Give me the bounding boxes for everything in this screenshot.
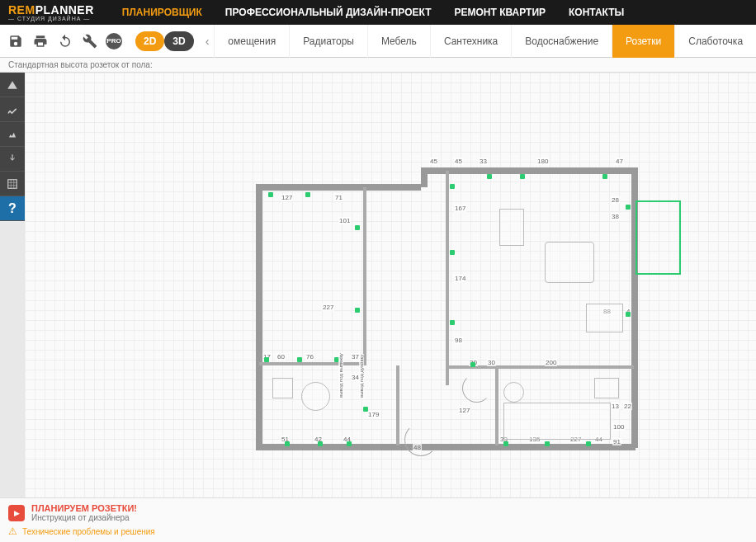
socket[interactable]: [450, 250, 455, 255]
video-notice[interactable]: ▶ ПЛАНИРУЕМ РОЗЕТКИ! Инструкция от дизай…: [8, 503, 748, 522]
tab-low-voltage[interactable]: Слаботочка: [674, 25, 756, 58]
save-icon[interactable]: [7, 32, 25, 50]
wall[interactable]: [256, 184, 262, 448]
side-toolbar: ?: [0, 73, 25, 221]
socket[interactable]: [264, 357, 269, 362]
socket[interactable]: [450, 320, 455, 325]
socket[interactable]: [305, 192, 310, 197]
socket[interactable]: [268, 192, 273, 197]
dimension: 227: [322, 304, 334, 311]
wall[interactable]: [421, 167, 428, 187]
dimension: 174: [454, 275, 466, 282]
notice-title: ПЛАНИРУЕМ РОЗЕТКИ!: [31, 503, 137, 513]
socket[interactable]: [487, 174, 492, 179]
furniture-sofa[interactable]: [545, 242, 594, 283]
ruler-tool-icon[interactable]: [0, 97, 25, 122]
socket[interactable]: [297, 357, 302, 362]
tech-issues[interactable]: ⚠ Технические проблемы и решения: [8, 526, 748, 537]
chevron-left-icon[interactable]: ‹: [206, 35, 210, 48]
furniture-item[interactable]: [272, 378, 293, 398]
socket[interactable]: [470, 362, 475, 367]
tab-furniture[interactable]: Мебель: [367, 25, 430, 58]
nav-contacts[interactable]: КОНТАКТЫ: [569, 7, 624, 18]
dimension: 76: [305, 353, 314, 361]
status-text: Стандартная высота розеток от пола:: [0, 58, 756, 73]
logo-rem: REM: [8, 3, 35, 16]
tab-sockets[interactable]: Розетки: [612, 25, 674, 58]
dimension: 30: [487, 359, 496, 366]
category-tabs: омещения Радиаторы Мебель Сантехника Вод…: [214, 25, 756, 58]
door[interactable]: [462, 374, 491, 403]
label: вывод под вытяжку: [338, 352, 343, 398]
furniture-bed[interactable]: [503, 403, 611, 440]
dimension: 13: [611, 403, 620, 410]
socket[interactable]: [520, 174, 525, 179]
socket[interactable]: [626, 205, 631, 210]
dimension: 91: [612, 438, 621, 445]
wall[interactable]: [256, 184, 421, 191]
wall[interactable]: [396, 365, 399, 445]
wall[interactable]: [363, 187, 366, 365]
triangle-tool-icon[interactable]: [0, 73, 25, 97]
grid-tool-icon[interactable]: [0, 172, 25, 196]
socket[interactable]: [355, 308, 360, 313]
tool-icons-group: PRO: [0, 32, 129, 50]
furniture-item[interactable]: [301, 382, 330, 411]
svg-rect-0: [8, 179, 17, 188]
furniture-wc[interactable]: [503, 382, 524, 403]
help-button[interactable]: ?: [0, 196, 25, 221]
dimension: 38: [611, 213, 620, 220]
wall[interactable]: [446, 171, 449, 385]
dimension: 127: [281, 194, 293, 201]
socket[interactable]: [318, 441, 323, 446]
wall[interactable]: [259, 362, 366, 365]
socket[interactable]: [347, 441, 352, 446]
dimension: 101: [338, 217, 351, 224]
socket[interactable]: [450, 184, 455, 189]
dimension: 28: [611, 196, 620, 204]
wall[interactable]: [256, 444, 636, 450]
mountain-tool-icon[interactable]: [0, 122, 25, 147]
dimension: 127: [458, 407, 470, 414]
furniture-desk[interactable]: [586, 304, 623, 332]
tab-plumbing[interactable]: Сантехника: [430, 25, 511, 58]
furniture-tv[interactable]: [499, 209, 524, 246]
undo-icon[interactable]: [56, 32, 74, 50]
youtube-icon: ▶: [8, 505, 25, 521]
dimension: 98: [454, 337, 463, 344]
dimension: 71: [334, 194, 343, 201]
view-2d-button[interactable]: 2D: [135, 31, 164, 51]
canvas[interactable]: 45 45 33 180 47 127 71 101 227 17 60 76 …: [25, 73, 756, 518]
dimension: 180: [536, 158, 549, 165]
logo[interactable]: REMPLANNER — СТУДИЯ ДИЗАЙНА —: [8, 3, 111, 21]
tab-radiators[interactable]: Радиаторы: [289, 25, 367, 58]
dimension: 60: [276, 353, 286, 361]
socket[interactable]: [602, 174, 607, 179]
socket[interactable]: [503, 441, 508, 446]
door[interactable]: [404, 423, 437, 456]
hand-tool-icon[interactable]: [0, 147, 25, 172]
nav-planner[interactable]: ПЛАНИРОВЩИК: [122, 7, 202, 18]
wall[interactable]: [495, 367, 498, 445]
socket[interactable]: [626, 312, 631, 317]
socket[interactable]: [355, 225, 360, 230]
floor-plan[interactable]: 45 45 33 180 47 127 71 101 227 17 60 76 …: [256, 118, 660, 448]
wall[interactable]: [421, 167, 636, 174]
view-toggle: 2D 3D: [135, 31, 194, 51]
dimension: 47: [615, 158, 624, 165]
socket[interactable]: [545, 441, 550, 446]
pro-badge[interactable]: PRO: [106, 33, 122, 49]
nav-design-project[interactable]: ПРОФЕССИОНАЛЬНЫЙ ДИЗАЙН-ПРОЕКТ: [225, 7, 432, 18]
print-icon[interactable]: [31, 32, 50, 50]
socket[interactable]: [363, 407, 368, 412]
tab-rooms[interactable]: омещения: [214, 25, 289, 58]
furniture-sink[interactable]: [594, 378, 619, 398]
tab-water-supply[interactable]: Водоснабжение: [511, 25, 612, 58]
tools-icon[interactable]: [81, 32, 99, 50]
socket[interactable]: [586, 441, 591, 446]
bottom-panel: ▶ ПЛАНИРУЕМ РОЗЕТКИ! Инструкция от дизай…: [0, 497, 756, 542]
view-3d-button[interactable]: 3D: [164, 31, 193, 51]
socket[interactable]: [285, 441, 290, 446]
balcony[interactable]: [636, 200, 681, 275]
nav-renovation[interactable]: РЕМОНТ КВАРТИР: [454, 7, 546, 18]
